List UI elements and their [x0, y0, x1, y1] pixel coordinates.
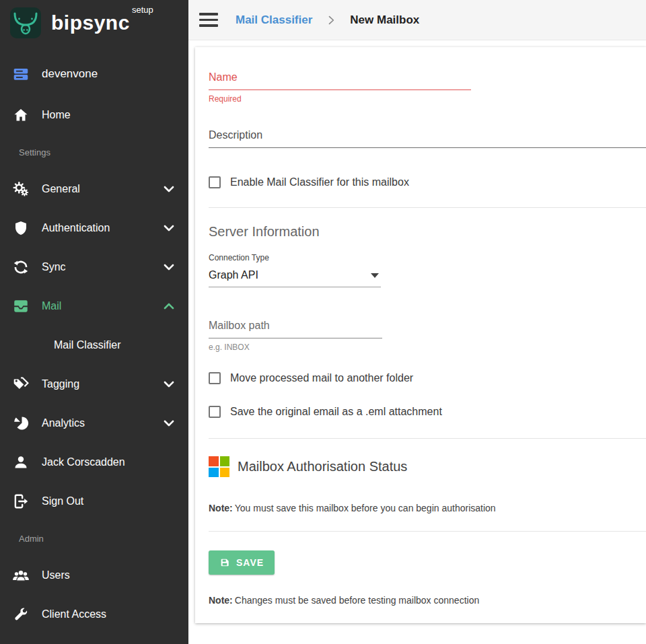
chevron-down-icon: [160, 415, 178, 432]
save-button[interactable]: SAVE: [209, 550, 275, 575]
auth-status-heading: Mailbox Authorisation Status: [238, 459, 407, 474]
sidebar-item-label: Analytics: [42, 417, 85, 429]
sidebar-item-label: Home: [42, 109, 71, 121]
save-button-label: SAVE: [236, 557, 264, 568]
server-stack-icon: [11, 65, 31, 83]
sync-arrows-icon: [11, 258, 31, 277]
sidebar-item-authentication[interactable]: Authentication: [0, 209, 188, 248]
brand-name: bipsync: [51, 11, 130, 34]
content-area: Required Enable Mail Classifier for this…: [188, 40, 646, 644]
move-processed-label: Move processed mail to another folder: [230, 372, 413, 384]
chevron-up-icon: [160, 297, 178, 315]
sidebar-item-sync[interactable]: Sync: [0, 248, 188, 287]
sidebar-item-client-access[interactable]: Client Access: [0, 595, 188, 634]
breadcrumb-current: New Mailbox: [350, 13, 419, 27]
save-eml-checkbox-row[interactable]: Save the original email as a .eml attach…: [209, 406, 442, 418]
sidebar-item-home[interactable]: Home: [0, 96, 188, 135]
home-icon: [11, 106, 31, 124]
topbar: Mail Classifier New Mailbox: [188, 0, 646, 40]
sidebar-item-analytics[interactable]: Analytics: [0, 404, 188, 443]
connection-type-value: Graph API: [209, 269, 258, 281]
divider: [209, 438, 646, 439]
move-processed-checkbox-row[interactable]: Move processed mail to another folder: [209, 372, 413, 384]
breadcrumb-link-mail-classifier[interactable]: Mail Classifier: [236, 13, 312, 27]
tags-icon: [11, 375, 31, 394]
sidebar-item-label: Mail: [42, 300, 61, 312]
connection-type-field: Connection Type Graph API: [209, 253, 381, 287]
divider: [209, 531, 646, 532]
enable-classifier-checkbox-row[interactable]: Enable Mail Classifier for this mailbox: [209, 176, 409, 188]
workspace-selector[interactable]: devenvone: [0, 52, 188, 96]
sidebar-item-label: Sign Out: [42, 495, 83, 507]
note-prefix: Note:: [209, 595, 233, 606]
microsoft-logo-icon: [209, 456, 229, 477]
sidebar-item-mail[interactable]: Mail: [0, 287, 188, 326]
name-input[interactable]: [209, 69, 471, 90]
mailbox-authorisation-row: Mailbox Authorisation Status: [209, 456, 646, 477]
menu-icon[interactable]: [199, 10, 218, 30]
section-label-settings: Settings: [0, 135, 188, 170]
breadcrumb-chevron-icon: [324, 13, 338, 27]
mailbox-path-helper: e.g. INBOX: [209, 343, 646, 352]
shield-icon: [11, 219, 31, 238]
save-eml-label: Save the original email as a .eml attach…: [230, 406, 442, 418]
sidebar-item-sign-out[interactable]: Sign Out: [0, 482, 188, 521]
name-required-helper: Required: [209, 94, 646, 104]
divider: [209, 207, 646, 208]
sidebar-item-label: Jack Corscadden: [42, 456, 125, 468]
person-icon: [11, 453, 31, 472]
sidebar-item-label: Tagging: [42, 378, 79, 390]
auth-note: Note:You must save this mailbox before y…: [209, 503, 646, 513]
note-prefix: Note:: [209, 503, 233, 513]
sign-out-icon: [11, 492, 31, 511]
sidebar-item-users[interactable]: Users: [0, 556, 188, 595]
sidebar-item-label: Mail Classifier: [54, 339, 121, 351]
save-note: Note:Changes must be saved before testin…: [209, 595, 646, 606]
enable-classifier-label: Enable Mail Classifier for this mailbox: [230, 176, 409, 188]
new-mailbox-form-card: Required Enable Mail Classifier for this…: [195, 47, 646, 623]
server-information-heading: Server Information: [209, 224, 646, 240]
pie-chart-icon: [11, 414, 31, 433]
users-group-icon: [11, 566, 31, 585]
dropdown-arrow-icon: [370, 269, 380, 281]
workspace-name: devenvone: [42, 67, 98, 81]
chevron-down-icon: [160, 180, 178, 198]
checkbox-unchecked-icon[interactable]: [209, 372, 221, 384]
sidebar-item-mail-classifier[interactable]: Mail Classifier: [0, 326, 188, 365]
chevron-down-icon: [160, 219, 178, 237]
sidebar-item-label: General: [42, 183, 80, 195]
inbox-icon: [11, 297, 31, 316]
checkbox-unchecked-icon[interactable]: [209, 406, 221, 418]
connection-type-select[interactable]: Graph API: [209, 264, 381, 287]
bipsync-logo-icon: [9, 7, 42, 39]
chevron-down-icon: [160, 258, 178, 276]
sidebar-item-label: Sync: [42, 261, 66, 273]
sidebar: bipsync setup devenvone Home Settings: [0, 0, 188, 644]
sidebar-item-label: Authentication: [42, 222, 110, 234]
note-text: Changes must be saved before testing mai…: [235, 595, 479, 606]
mailbox-path-input[interactable]: [209, 317, 382, 338]
brand-superscript: setup: [132, 5, 153, 15]
section-label-admin: Admin: [0, 521, 188, 556]
description-input[interactable]: [209, 127, 646, 148]
main-area: Mail Classifier New Mailbox Required Ena…: [188, 0, 646, 644]
checkbox-unchecked-icon[interactable]: [209, 176, 221, 188]
save-floppy-icon: [219, 557, 230, 568]
sidebar-item-label: Users: [42, 569, 70, 581]
note-text: You must save this mailbox before you ca…: [235, 503, 496, 513]
sidebar-item-label: Client Access: [42, 608, 106, 620]
sidebar-item-tagging[interactable]: Tagging: [0, 365, 188, 404]
sidebar-item-general[interactable]: General: [0, 170, 188, 209]
gears-icon: [11, 180, 31, 199]
app-window: bipsync setup devenvone Home Settings: [0, 0, 646, 644]
chevron-down-icon: [160, 375, 178, 393]
connection-type-label: Connection Type: [209, 253, 381, 262]
sidebar-item-profile[interactable]: Jack Corscadden: [0, 443, 188, 482]
brand-logo-row[interactable]: bipsync setup: [0, 0, 188, 42]
wrench-icon: [11, 605, 31, 624]
